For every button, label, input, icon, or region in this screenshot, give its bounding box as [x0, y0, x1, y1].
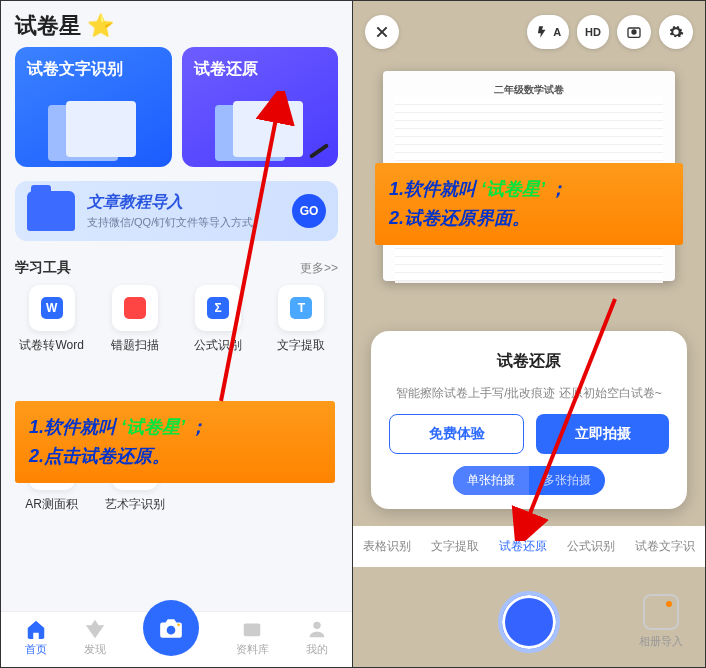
sheet-subtitle: 智能擦除试卷上手写/批改痕迹 还原初始空白试卷~ — [396, 384, 662, 402]
camera-toolbar: A HD — [365, 15, 693, 49]
more-link[interactable]: 更多>> — [300, 260, 338, 277]
user-icon — [306, 618, 328, 640]
category-strip: 表格识别 文字提取 试卷还原 公式识别 试卷文字识 — [353, 526, 705, 567]
action-sheet: 试卷还原 智能擦除试卷上手写/批改痕迹 还原初始空白试卷~ 免费体验 立即拍摄 … — [371, 331, 687, 509]
nav-home[interactable]: 首页 — [25, 618, 47, 657]
diamond-icon — [84, 618, 106, 640]
cat-formula[interactable]: 公式识别 — [567, 538, 615, 555]
card-paper-restore[interactable]: 试卷还原 — [182, 47, 339, 167]
card-text-recognition[interactable]: 试卷文字识别 — [15, 47, 172, 167]
app-title: 试卷星 ⭐ — [1, 1, 352, 47]
svg-point-2 — [313, 622, 320, 629]
tool-text-extract[interactable]: T 文字提取 — [265, 285, 338, 354]
annotation-left: 1.软件就叫 ‘试卷星’ ； 2.点击试卷还原。 — [15, 401, 335, 483]
camera-icon — [626, 24, 642, 40]
shot-mode-toggle[interactable]: 单张拍摄 多张拍摄 — [453, 466, 605, 495]
svg-point-0 — [177, 623, 180, 626]
shoot-now-button[interactable]: 立即拍摄 — [536, 414, 669, 454]
flash-toggle[interactable]: A — [527, 15, 569, 49]
cat-text[interactable]: 文字提取 — [431, 538, 479, 555]
sheet-title: 试卷还原 — [497, 351, 561, 372]
star-icon: ⭐ — [87, 13, 114, 39]
nav-me[interactable]: 我的 — [306, 618, 328, 657]
right-panel: A HD 二年级数学试卷 1.软件就叫 ‘试卷星’ ； 2.试卷还原界面。 试卷… — [353, 1, 705, 667]
close-icon — [374, 24, 390, 40]
flash-icon — [535, 25, 549, 39]
gear-icon — [668, 24, 684, 40]
tutorial-subtitle: 支持微信/QQ/钉钉文件等导入方式 — [87, 215, 253, 230]
annotation-right: 1.软件就叫 ‘试卷星’ ； 2.试卷还原界面。 — [375, 163, 683, 245]
tutorial-banner[interactable]: 文章教程导入 支持微信/QQ/钉钉文件等导入方式 GO — [15, 181, 338, 241]
cat-doc-text[interactable]: 试卷文字识 — [635, 538, 695, 555]
tool-wrong-scan[interactable]: 错题扫描 — [98, 285, 171, 354]
card-label: 试卷文字识别 — [27, 60, 123, 77]
cat-table[interactable]: 表格识别 — [363, 538, 411, 555]
camera-switch[interactable] — [617, 15, 651, 49]
card-label: 试卷还原 — [194, 60, 258, 77]
album-icon — [643, 594, 679, 630]
left-panel: 试卷星 ⭐ 试卷文字识别 试卷还原 文章教程导入 支持微信/QQ/钉钉文件等导入… — [1, 1, 353, 667]
free-trial-button[interactable]: 免费体验 — [389, 414, 524, 454]
tool-to-word[interactable]: W 试卷转Word — [15, 285, 88, 354]
nav-discover[interactable]: 发现 — [84, 618, 106, 657]
close-button[interactable] — [365, 15, 399, 49]
tools-header: 学习工具 — [15, 259, 71, 277]
nav-library[interactable]: 资料库 — [236, 618, 269, 657]
home-icon — [25, 618, 47, 640]
tool-formula[interactable]: Σ 公式识别 — [182, 285, 255, 354]
shutter-button[interactable] — [498, 591, 560, 653]
camera-button[interactable] — [143, 600, 199, 656]
folder-icon — [241, 618, 263, 640]
svg-rect-1 — [244, 624, 261, 637]
pill-multi[interactable]: 多张拍摄 — [529, 466, 605, 495]
go-badge[interactable]: GO — [292, 194, 326, 228]
tutorial-title: 文章教程导入 — [87, 193, 183, 210]
svg-point-4 — [631, 29, 636, 34]
album-import[interactable]: 相册导入 — [639, 594, 683, 649]
pill-single[interactable]: 单张拍摄 — [453, 466, 529, 495]
hd-toggle[interactable]: HD — [577, 15, 609, 49]
settings-button[interactable] — [659, 15, 693, 49]
camera-icon — [158, 615, 184, 641]
app-title-text: 试卷星 — [15, 11, 81, 41]
folder-icon — [27, 191, 75, 231]
bottom-nav: 首页 发现 资料库 我的 — [1, 611, 352, 667]
cat-restore[interactable]: 试卷还原 — [499, 538, 547, 555]
